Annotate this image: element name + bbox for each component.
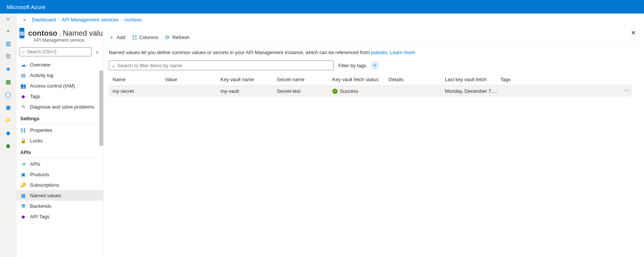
- col-details[interactable]: Details: [389, 77, 445, 82]
- breadcrumb-link-resource[interactable]: contoso: [125, 17, 142, 23]
- nav-item-label: Properties: [30, 127, 52, 133]
- col-secret[interactable]: Secret name: [277, 77, 332, 82]
- breadcrumb-link-apim[interactable]: API Management services: [62, 17, 119, 23]
- plus-icon: ＋: [109, 34, 114, 41]
- table-row[interactable]: my-secretmy-vaultSecret-test✓SuccessMond…: [109, 85, 632, 97]
- api-tags-icon: ◆: [20, 214, 26, 219]
- col-last[interactable]: Last key vault fetch: [445, 77, 500, 82]
- backends-icon: ⛃: [20, 203, 26, 209]
- nav-item-api-tags[interactable]: ◆API Tags: [17, 211, 103, 222]
- close-button[interactable]: ✕: [629, 27, 638, 39]
- chevron-right-icon: ›: [121, 17, 122, 22]
- add-tag-filter-button[interactable]: ＋: [371, 61, 379, 70]
- apis-icon: ➜: [20, 161, 26, 167]
- search-icon: ⌕: [22, 49, 25, 54]
- app-services-icon[interactable]: ⚡: [5, 116, 12, 124]
- add-button[interactable]: ＋ Add: [109, 34, 125, 41]
- nav-item-label: Overview: [30, 62, 50, 68]
- monitor-icon[interactable]: ◉: [5, 142, 12, 150]
- chevron-right-icon: ›: [58, 17, 60, 22]
- access-control-iam--icon: 👥: [20, 83, 26, 89]
- rail-expand-button[interactable]: »: [7, 16, 10, 22]
- cell-name: my-secret: [109, 88, 165, 94]
- nav-item-label: Products: [30, 172, 49, 177]
- left-rail: » ＋ ▥ ☰ ★ ▦ ◯ ▣ ⚡ ◆ ◉: [0, 14, 17, 257]
- columns-button[interactable]: ☷ Columns: [132, 34, 158, 41]
- link-learn-more[interactable]: Learn more: [390, 50, 415, 55]
- nav-item-apis[interactable]: ➜APIs: [17, 159, 103, 169]
- cell-secret: Secret-test: [277, 88, 332, 94]
- nav-item-subscriptions[interactable]: 🔑Subscriptions: [17, 180, 103, 190]
- nav-general: ☁Overview▤Activity log👥Access control (I…: [17, 59, 103, 112]
- locks-icon: 🔒: [20, 138, 26, 144]
- nav-item-properties[interactable]: ∥∥Properties: [17, 125, 103, 135]
- divider: [20, 124, 99, 124]
- nav-item-activity-log[interactable]: ▤Activity log: [17, 70, 103, 80]
- nav-item-access-control-iam-[interactable]: 👥Access control (IAM): [17, 80, 103, 91]
- tags-icon: ◆: [20, 94, 26, 99]
- diagnose-and-solve-problems-icon: ✎: [20, 104, 26, 110]
- named-values-icon: ▦: [20, 193, 26, 198]
- page-title: contoso | Named values ⎙: [28, 29, 104, 38]
- nav-item-overview[interactable]: ☁Overview: [17, 59, 103, 70]
- products-icon: ▣: [20, 172, 26, 177]
- grid-header: Name Value Key vault name Secret name Ke…: [109, 74, 632, 85]
- create-resource-icon[interactable]: ＋: [5, 27, 12, 35]
- link-policies[interactable]: policies: [371, 50, 387, 55]
- sidebar-scrollbar[interactable]: [99, 71, 103, 257]
- columns-icon: ☷: [132, 34, 137, 41]
- nav-item-label: Named values: [30, 193, 61, 198]
- nav-item-label: Backends: [30, 203, 51, 209]
- col-name[interactable]: Name: [109, 77, 165, 82]
- col-tags[interactable]: Tags: [500, 77, 545, 82]
- resource-type-label: API Management service: [17, 38, 103, 43]
- nav-section-apis: APIs: [17, 146, 103, 157]
- top-bar: Microsoft Azure: [0, 0, 644, 14]
- success-icon: ✓: [332, 89, 338, 94]
- resource-type-icon: ▦: [20, 28, 24, 38]
- nav-section-settings: Settings: [17, 112, 103, 123]
- nav-item-backends[interactable]: ⛃Backends: [17, 201, 103, 211]
- sidebar-search-input[interactable]: [27, 49, 89, 54]
- cell-last: Monday, December 7, 2…: [445, 88, 500, 94]
- blade-sidebar: ▦ contoso | Named values ⎙ API Managemen…: [17, 26, 104, 257]
- col-status[interactable]: Key vault fetch status: [332, 77, 389, 82]
- col-kv[interactable]: Key vault name: [221, 77, 277, 82]
- blade-main: ✕ ＋ Add ☷ Columns ⟳ Refresh: [104, 26, 644, 257]
- all-resources-icon[interactable]: ☰: [5, 53, 12, 60]
- breadcrumb-link-dashboard[interactable]: Dashboard: [32, 17, 56, 23]
- filter-input[interactable]: [117, 63, 330, 68]
- nav-item-diagnose-and-solve-problems[interactable]: ✎Diagnose and solve problems: [17, 101, 103, 112]
- cell-status: ✓Success: [332, 88, 389, 94]
- sidebar-search[interactable]: ⌕: [20, 47, 92, 56]
- storage-icon[interactable]: ◆: [5, 129, 12, 137]
- nav-item-label: Activity log: [30, 73, 53, 78]
- breadcrumb-expand-button[interactable]: »: [21, 16, 28, 23]
- nav-item-label: Tags: [30, 94, 40, 99]
- dashboard-icon[interactable]: ▥: [5, 40, 12, 47]
- nav-item-tags[interactable]: ◆Tags: [17, 91, 103, 101]
- description-text: Named values let you define common value…: [104, 45, 637, 60]
- nav-item-label: APIs: [30, 161, 40, 167]
- sql-icon[interactable]: ▣: [5, 104, 12, 111]
- all-services-icon[interactable]: ▦: [5, 78, 12, 86]
- brand-label: Microsoft Azure: [7, 4, 45, 10]
- nav-item-label: Subscriptions: [30, 182, 59, 188]
- refresh-button[interactable]: ⟳ Refresh: [165, 34, 189, 41]
- properties-icon: ∥∥: [20, 127, 26, 133]
- row-context-menu-button[interactable]: ⋯: [624, 87, 630, 94]
- favorites-icon[interactable]: ★: [5, 65, 12, 73]
- nav-item-named-values[interactable]: ▦Named values: [17, 190, 103, 201]
- nav-item-locks[interactable]: 🔒Locks: [17, 135, 103, 146]
- activity-log-icon: ▤: [20, 73, 26, 78]
- breadcrumb: » Dashboard › API Management services › …: [17, 14, 644, 26]
- resource-groups-icon[interactable]: ◯: [5, 91, 12, 98]
- filter-input-wrap[interactable]: ⌕: [109, 60, 334, 70]
- nav-item-products[interactable]: ▣Products: [17, 169, 103, 180]
- subscriptions-icon: 🔑: [20, 182, 26, 188]
- nav-item-label: Access control (IAM): [30, 83, 75, 89]
- col-value[interactable]: Value: [165, 77, 221, 82]
- cell-kv: my-vault: [221, 88, 277, 94]
- sidebar-collapse-button[interactable]: «: [95, 48, 100, 56]
- divider: [20, 157, 99, 158]
